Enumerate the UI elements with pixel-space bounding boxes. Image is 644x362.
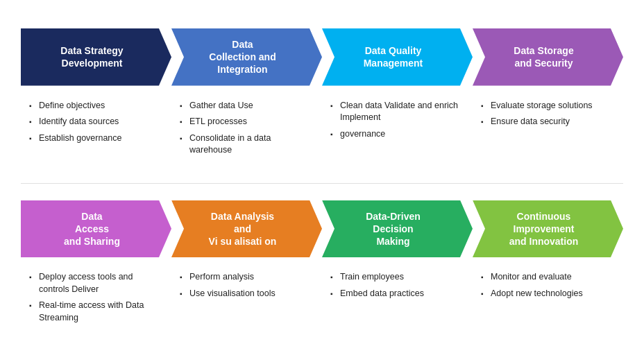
collection-bullet-3: Consolidate in a data warehouse [180,132,314,157]
strategy-bullet-2: Identify data sources [29,116,163,128]
main-container: Data StrategyDevelopment DataCollection … [21,28,623,334]
content-row-2: Deploy access tools and controls Deliver… [21,266,623,334]
continuous-bullet-1: Monitor and evaluate [481,271,615,284]
row-1: Data StrategyDevelopment DataCollection … [21,28,623,166]
arrow-label-data-strategy: Data StrategyDevelopment [60,44,123,69]
col-quality-bullets: Clean data Validate and enrich Implement… [322,94,473,166]
arrow-label-data-storage: Data Storageand Security [514,44,573,69]
arrow-data-quality: Data QualityManagement [322,28,473,86]
analysis-bullet-1: Perform analysis [180,271,314,284]
arrow-label-data-access: DataAccessand Sharing [64,210,120,248]
analysis-bullet-2: Use visualisation tools [180,288,314,300]
col-collection-bullets: Gather data Use ETL processes Consolidat… [171,94,322,166]
collection-bullet-2: ETL processes [180,116,314,128]
storage-bullet-2: Ensure data security [481,116,615,128]
driven-bullet-1: Train employees [330,271,464,284]
strategy-bullet-1: Define objectives [29,100,163,112]
access-bullet-2: Real-time access with Data Streaming [29,300,163,324]
arrow-data-analysis: Data AnalysisandVi su alisati on [171,200,322,258]
arrow-label-data-quality: Data QualityManagement [364,44,423,69]
strategy-bullet-3: Establish governance [29,132,163,145]
col-analysis-bullets: Perform analysis Use visualisation tools [171,266,322,334]
access-bullet-list: Deploy access tools and controls Deliver… [29,271,163,324]
arrows-row-2: DataAccessand Sharing Data AnalysisandVi… [21,200,623,258]
continuous-bullet-list: Monitor and evaluate Adopt new technolog… [481,271,615,300]
arrow-data-driven: Data-DrivenDecisionMaking [322,200,473,258]
arrow-label-data-collection: DataCollection andIntegration [209,38,276,76]
arrow-label-data-analysis: Data AnalysisandVi su alisati on [209,210,277,248]
quality-bullet-list: Clean data Validate and enrich Implement… [330,100,464,141]
arrow-continuous: ContinuousImprovementand Innovation [473,200,623,258]
continuous-bullet-2: Adopt new technologies [481,288,615,300]
col-strategy-bullets: Define objectives Identify data sources … [21,94,171,166]
storage-bullet-1: Evaluate storage solutions [481,100,615,112]
arrow-data-strategy: Data StrategyDevelopment [21,28,171,86]
arrow-data-storage: Data Storageand Security [473,28,623,86]
collection-bullet-1: Gather data Use [180,100,314,112]
arrow-label-continuous: ContinuousImprovementand Innovation [509,210,579,248]
content-row-1: Define objectives Identify data sources … [21,94,623,166]
col-storage-bullets: Evaluate storage solutions Ensure data s… [473,94,623,166]
arrow-label-data-driven: Data-DrivenDecisionMaking [366,210,421,248]
strategy-bullet-list: Define objectives Identify data sources … [29,100,163,145]
analysis-bullet-list: Perform analysis Use visualisation tools [180,271,314,300]
storage-bullet-list: Evaluate storage solutions Ensure data s… [481,100,615,128]
quality-bullet-1: Clean data Validate and enrich Implement [330,100,464,124]
col-access-bullets: Deploy access tools and controls Deliver… [21,266,171,334]
driven-bullet-2: Embed data practices [330,288,464,300]
row-divider [21,183,623,184]
driven-bullet-list: Train employees Embed data practices [330,271,464,300]
arrows-row-1: Data StrategyDevelopment DataCollection … [21,28,623,86]
row-2: DataAccessand Sharing Data AnalysisandVi… [21,200,623,334]
arrow-data-access: DataAccessand Sharing [21,200,171,258]
quality-bullet-2: governance [330,128,464,141]
arrow-data-collection: DataCollection andIntegration [171,28,322,86]
access-bullet-1: Deploy access tools and controls Deliver [29,271,163,295]
col-driven-bullets: Train employees Embed data practices [322,266,473,334]
collection-bullet-list: Gather data Use ETL processes Consolidat… [180,100,314,157]
col-continuous-bullets: Monitor and evaluate Adopt new technolog… [473,266,623,334]
